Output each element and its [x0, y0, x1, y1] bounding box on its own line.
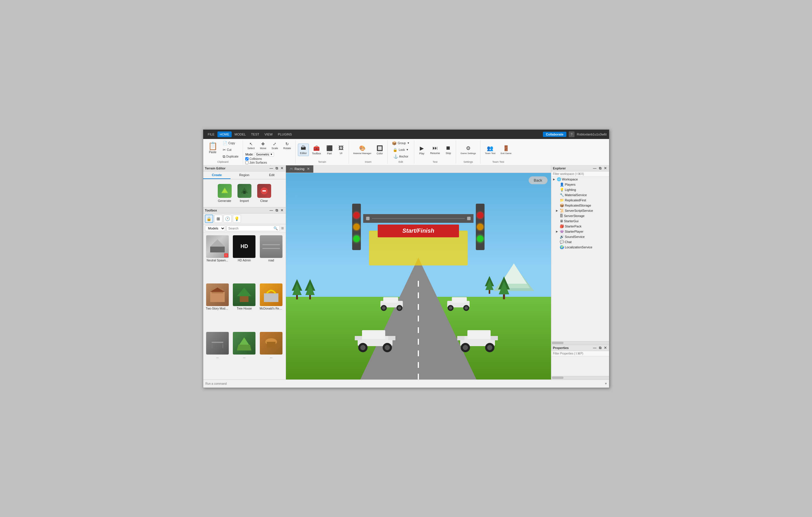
toolbox-tab-lock[interactable]: 🔒 — [205, 215, 213, 223]
tree-item-starter-gui[interactable]: 🖥 StarterGui — [551, 218, 609, 224]
collisions-checkbox[interactable] — [245, 157, 249, 160]
properties-float-icon[interactable]: ⧉ — [598, 346, 602, 350]
properties-scrollbar-thumb[interactable] — [552, 376, 563, 379]
properties-filter-input[interactable] — [553, 352, 607, 355]
tree-item-players[interactable]: 👤 Players — [551, 182, 609, 187]
toolbox-tab-ideas[interactable]: 💡 — [233, 215, 241, 223]
toolbox-item[interactable]: ... — [204, 330, 231, 378]
tree-item-material-service[interactable]: 🔧 MaterialService — [551, 192, 609, 197]
duplicate-button[interactable]: ⧉ Duplicate — [221, 153, 241, 160]
scale-button[interactable]: ⤢ Scale — [269, 140, 280, 151]
mode-dropdown[interactable]: Geometric ▼ — [255, 152, 274, 157]
terrain-tools: Generate Import Clear — [218, 184, 271, 203]
tree-item-starter-pack[interactable]: 🎒 StarterPack — [551, 224, 609, 229]
editor-button[interactable]: 🏔 Editor — [298, 144, 309, 156]
tree-item-chat[interactable]: 💬 Chat — [551, 239, 609, 245]
anchor-button[interactable]: ⚓ Anchor — [392, 153, 410, 159]
game-settings-button[interactable]: ⚙ Game Settings — [458, 144, 478, 156]
lock-button[interactable]: 🔒 Lock ▼ — [391, 147, 410, 153]
color-button[interactable]: 🔲 Color — [375, 144, 385, 156]
toolbox-item[interactable]: ... — [258, 330, 285, 378]
explorer-minimize-icon[interactable]: — — [592, 166, 597, 170]
explorer-scrollbar[interactable] — [551, 341, 609, 345]
toolbox-item[interactable]: HD HD Admin — [231, 234, 258, 282]
join-surfaces-checkbox-row[interactable]: Join Surfaces — [245, 161, 274, 164]
status-bar-expand-icon[interactable]: ▾ — [605, 382, 607, 386]
ui-button[interactable]: 🖼 UI — [336, 144, 346, 156]
resume-button[interactable]: ⏭ Resume — [428, 144, 442, 156]
material-manager-button[interactable]: 🎨 Material Manager — [351, 144, 373, 156]
play-button[interactable]: ▶ Play — [416, 144, 427, 156]
toolbox-float-icon[interactable]: ⧉ — [275, 208, 279, 212]
properties-scrollbar[interactable] — [551, 376, 609, 379]
menu-test[interactable]: TEST — [249, 131, 262, 137]
menu-home[interactable]: HOME — [218, 131, 232, 137]
rotate-button[interactable]: ↻ Rotate — [281, 140, 293, 151]
tree-item-server-storage[interactable]: 🗄 ServerStorage — [551, 213, 609, 218]
viewport[interactable]: Start/Finish — [286, 173, 551, 379]
tree-item-replicated-storage[interactable]: 📦 ReplicatedStorage — [551, 203, 609, 208]
collaborate-button[interactable]: Collaborate — [543, 132, 567, 137]
command-input[interactable] — [206, 382, 605, 385]
terrain-minimize-icon[interactable]: — — [269, 166, 274, 170]
toolbox-ribbon-button[interactable]: 🧰 Toolbox — [310, 144, 323, 156]
stop-button[interactable]: ⏹ Stop — [443, 144, 454, 156]
toolbox-item[interactable]: ... — [231, 330, 258, 378]
explorer-scrollbar-thumb[interactable] — [552, 342, 563, 344]
terrain-generate-tool[interactable]: Generate — [218, 184, 232, 203]
explorer-float-icon[interactable]: ⧉ — [598, 166, 602, 170]
menu-file[interactable]: FILE — [206, 131, 217, 137]
tree-item-replicated-first[interactable]: 📁 ReplicatedFirst — [551, 197, 609, 203]
toolbox-tab-grid[interactable]: ⊞ — [214, 215, 222, 223]
tab-racing[interactable]: 🎮 Racing ✕ — [286, 165, 314, 173]
menu-model[interactable]: MODEL — [232, 131, 248, 137]
server-script-icon: 📜 — [560, 209, 564, 213]
tree-item-starter-player[interactable]: ▶ 👾 StarterPlayer — [551, 229, 609, 234]
tree-item-lighting[interactable]: 💡 Lighting — [551, 187, 609, 192]
terrain-tab-create[interactable]: Create — [203, 172, 231, 179]
terrain-tab-region[interactable]: Region — [231, 172, 258, 179]
copy-button[interactable]: 📄 Copy — [221, 140, 241, 146]
exit-game-button[interactable]: 🚪 Exit Game — [499, 144, 514, 156]
toolbox-type-select[interactable]: Models — [205, 225, 225, 231]
toolbox-minimize-icon[interactable]: — — [269, 208, 274, 212]
toolbox-config-icon[interactable]: ≡ — [281, 226, 284, 231]
back-button[interactable]: Back — [529, 176, 548, 184]
menu-view[interactable]: VIEW — [262, 131, 275, 137]
terrain-close-icon[interactable]: ✕ — [280, 166, 284, 170]
terrain-clear-tool[interactable]: Clear — [257, 184, 271, 203]
toolbox-close-icon[interactable]: ✕ — [280, 208, 284, 212]
search-input[interactable] — [229, 226, 274, 230]
collisions-checkbox-row[interactable]: Collisions — [245, 157, 274, 160]
part-button[interactable]: ⬛ Part — [324, 144, 335, 156]
toolbox-item[interactable]: McDonald's Restaurant — [258, 282, 285, 330]
team-test-button[interactable]: 👥 Team Test — [483, 144, 497, 156]
group-button[interactable]: 📦 Group ▼ — [390, 140, 412, 146]
cut-button[interactable]: ✂ Cut — [221, 147, 241, 153]
terrain-tab-edit[interactable]: Edit — [258, 172, 286, 179]
properties-minimize-icon[interactable]: — — [592, 346, 597, 350]
toolbox-item[interactable]: Two-Story Modern... — [204, 282, 231, 330]
toolbox-item[interactable]: Tree House — [231, 282, 258, 330]
properties-close-icon[interactable]: ✕ — [603, 346, 607, 350]
menu-plugins[interactable]: PLUGINS — [276, 131, 294, 137]
join-surfaces-checkbox[interactable] — [245, 161, 249, 164]
tree-item-server-script-service[interactable]: ▶ 📜 ServerScriptService — [551, 208, 609, 213]
toolbox-item[interactable]: road — [258, 234, 285, 282]
select-button[interactable]: ↖ Select — [245, 140, 257, 151]
viewport-close-icon[interactable]: ✕ — [307, 167, 310, 171]
terrain-import-tool[interactable]: Import — [237, 184, 252, 203]
tree-item-workspace[interactable]: ▶ 🌐 Workspace — [551, 177, 609, 182]
toolbox-item-image — [260, 283, 283, 306]
tree-item-sound-service[interactable]: 🔊 SoundService — [551, 234, 609, 239]
move-button[interactable]: ✥ Move — [258, 140, 268, 151]
toolbox-title: Toolbox — [205, 209, 269, 212]
terrain-float-icon[interactable]: ⧉ — [275, 166, 279, 170]
toolbox-tab-recent[interactable]: 🕐 — [224, 215, 232, 223]
tree-item-localization[interactable]: 🌍 LocalizationService — [551, 245, 609, 250]
explorer-close-icon[interactable]: ✕ — [603, 166, 607, 170]
paste-button[interactable]: 📋 Paste — [206, 140, 220, 160]
explorer-filter-input[interactable] — [553, 172, 607, 176]
help-icon[interactable]: ? — [569, 131, 575, 137]
toolbox-item[interactable]: ! Neutral Spawn... — [204, 234, 231, 282]
